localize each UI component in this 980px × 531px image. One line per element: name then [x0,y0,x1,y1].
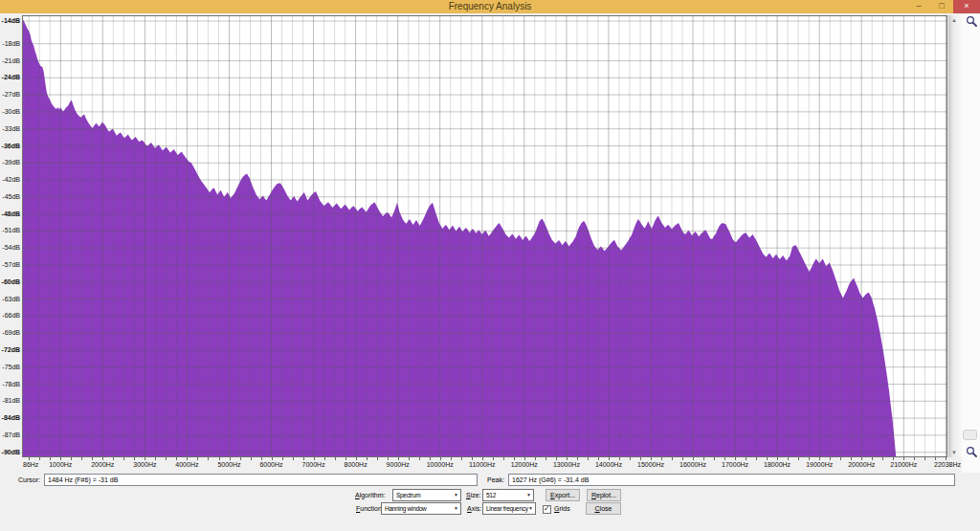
x-axis-tick [756,457,757,460]
export-button-label: Export... [550,492,575,498]
close-window-button[interactable]: × [953,0,980,13]
zoom-in-magnifier-icon[interactable] [966,14,978,27]
chevron-down-icon: ▼ [526,493,531,498]
x-axis-tick [482,457,483,460]
y-axis-label: -90dB [2,449,20,455]
export-button[interactable]: Export... [546,489,580,501]
y-axis-label: -21dB [2,57,20,64]
x-axis-tick [588,457,589,460]
replot-button[interactable]: Replot... [587,489,621,501]
spectrum-svg[interactable] [22,15,947,457]
window-title: Frequency Analysis [0,0,980,13]
y-axis-label: -45dB [2,193,20,200]
minimize-button[interactable]: – [907,0,930,13]
x-axis-tick [345,457,346,460]
x-axis-tick [60,457,61,460]
x-axis-tick [39,457,40,460]
close-button[interactable]: Close [586,502,621,515]
y-axis-label: -87dB [2,431,20,438]
grids-checkbox[interactable]: ✓ [543,505,551,514]
cursor-value-field[interactable]: 1484 Hz (F#6) = -31 dB [44,474,478,486]
chevron-down-icon: ▼ [528,506,533,511]
y-axis-label: -24dB [2,74,20,80]
function-dropdown[interactable]: Hanning window ▼ [381,502,461,515]
x-axis-tick [419,457,420,460]
peak-label: Peak: [487,476,504,483]
spectrum-plot[interactable] [22,15,947,457]
y-axis-label: -51dB [2,227,20,233]
y-axis-label: -63dB [2,296,20,302]
x-axis-tick [134,457,135,460]
function-value: Hanning window [385,505,427,512]
x-axis-tick [777,457,778,460]
x-axis-tick [102,457,103,460]
x-axis-label: 22038Hz [921,461,974,468]
x-axis-tick [430,457,431,460]
y-axis-label: -54dB [2,244,20,251]
x-axis-tick [398,457,399,460]
y-axis-label: -14dB [2,17,20,24]
x-axis-tick [388,457,389,460]
x-axis-tick [155,457,156,460]
y-axis-label: -84dB [2,414,20,421]
size-value: 512 [486,492,496,498]
x-axis-tick [535,457,536,460]
title-bar[interactable]: Frequency Analysis – □ × [0,0,980,13]
x-axis-tick [335,457,336,460]
x-axis-tick [409,457,410,460]
x-axis-tick [661,457,662,460]
y-axis-label: -66dB [2,312,20,319]
x-axis-tick [798,457,799,460]
x-axis-tick [176,457,177,460]
x-axis-tick [619,457,620,460]
function-label: Function: [356,505,384,512]
vertical-scrollbar[interactable]: ▲ ▼ [948,15,962,457]
x-axis-tick [367,457,368,460]
x-axis-tick [746,457,746,460]
x-axis-tick [767,457,768,460]
x-axis-tick [166,457,167,460]
window-buttons: – □ × [907,0,980,13]
x-axis-tick [567,457,568,460]
scroll-down-icon[interactable]: ▼ [951,450,957,455]
close-icon: × [964,1,969,11]
x-axis-tick [514,457,515,460]
x-axis-tick [314,457,315,460]
zoom-out-magnifier-icon[interactable] [966,445,978,457]
y-axis-label: -48dB [2,210,20,217]
y-axis-label: -57dB [2,261,20,268]
x-axis-tick [524,457,525,460]
x-axis-tick [219,457,220,460]
x-axis-tick [830,457,831,460]
x-axis-tick [282,457,283,460]
x-axis-tick [946,457,947,460]
x-axis-tick [29,457,30,460]
y-axis-label: -78dB [2,381,20,387]
peak-value: 1627 Hz (G#6) = -31.4 dB [512,476,589,483]
x-axis-tick [914,457,915,460]
x-axis-tick [377,457,378,460]
x-axis-tick [861,457,862,460]
x-axis-tick [251,457,252,460]
right-gutter [962,14,980,473]
algorithm-dropdown[interactable]: Spectrum ▼ [392,489,461,501]
x-axis-tick [451,457,452,460]
scroll-up-icon[interactable]: ▲ [951,17,957,23]
maximize-button[interactable]: □ [930,0,953,13]
x-axis-tick [882,457,883,460]
x-axis-tick [788,457,789,460]
axis-dropdown[interactable]: Linear frequency ▼ [482,502,536,515]
x-axis-tick [903,457,904,460]
x-axis-tick [461,457,462,460]
size-dropdown[interactable]: 512 ▼ [482,489,534,501]
x-axis-tick [208,457,209,460]
axis-value: Linear frequency [486,505,528,512]
inactive-button-icon [963,430,977,440]
x-axis: 86Hz1000Hz2000Hz3000Hz4000Hz5000Hz6000Hz… [22,457,969,473]
peak-value-field[interactable]: 1627 Hz (G#6) = -31.4 dB [508,474,955,486]
cursor-value: 1484 Hz (F#6) = -31 dB [48,476,118,483]
x-axis-tick [651,457,652,460]
x-axis-tick [293,457,294,460]
replot-button-label: Replot... [591,492,616,498]
y-axis: -14dB-18dB-21dB-24dB-27dB-30dB-33dB-36dB… [0,15,21,457]
